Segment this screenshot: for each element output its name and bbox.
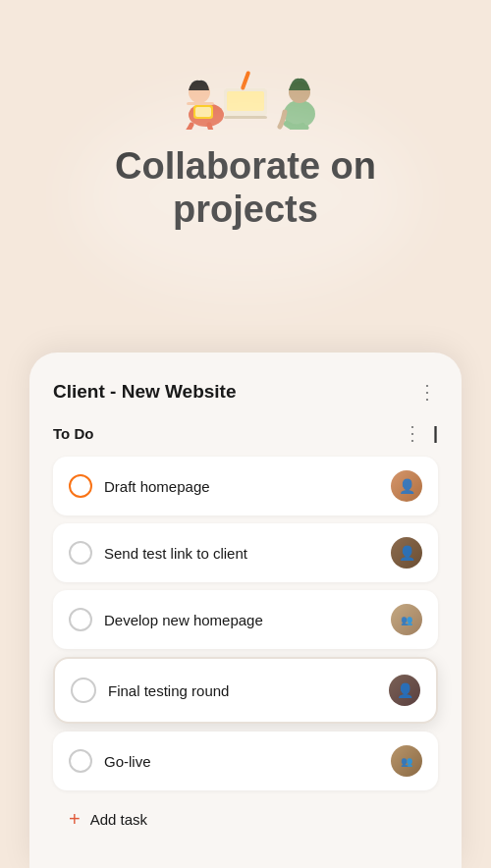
task-checkbox[interactable] bbox=[69, 608, 92, 631]
task-checkbox[interactable] bbox=[69, 749, 92, 773]
task-item[interactable]: Send test link to client 👤 bbox=[53, 523, 438, 582]
section-title: To Do bbox=[53, 425, 93, 442]
task-checkbox[interactable] bbox=[71, 678, 96, 703]
section-menu-icon[interactable]: ⋮ bbox=[403, 421, 423, 445]
add-task-label: Add task bbox=[90, 811, 147, 828]
task-item-active[interactable]: Final testing round 👤 bbox=[53, 657, 438, 724]
task-list: Draft homepage 👤 Send test link to clien… bbox=[53, 457, 438, 790]
task-label: Final testing round bbox=[108, 682, 229, 699]
avatar: 👥 bbox=[391, 745, 422, 777]
section-expand-icon[interactable]: | bbox=[433, 423, 438, 444]
plus-icon: + bbox=[69, 808, 81, 831]
task-checkbox[interactable] bbox=[69, 541, 92, 565]
avatar: 👤 bbox=[391, 470, 422, 502]
avatar: 👥 bbox=[391, 604, 422, 635]
project-card: Client - New Website ⋮ To Do ⋮ | Draft h… bbox=[29, 353, 462, 868]
avatar: 👤 bbox=[389, 675, 420, 706]
task-checkbox[interactable] bbox=[69, 474, 92, 498]
project-menu-icon[interactable]: ⋮ bbox=[417, 380, 438, 404]
task-item[interactable]: Go-live 👥 bbox=[53, 732, 438, 790]
task-label: Go-live bbox=[104, 753, 151, 770]
svg-rect-10 bbox=[241, 71, 251, 90]
project-title: Client - New Website bbox=[53, 381, 237, 403]
task-item[interactable]: Draft homepage 👤 bbox=[53, 457, 438, 515]
section-actions: ⋮ | bbox=[403, 421, 438, 445]
add-task-button[interactable]: + Add task bbox=[53, 794, 438, 844]
task-label: Send test link to client bbox=[104, 545, 247, 562]
task-label: Develop new homepage bbox=[104, 612, 263, 628]
task-label: Draft homepage bbox=[104, 478, 210, 495]
avatar: 👤 bbox=[391, 537, 422, 569]
task-item[interactable]: Develop new homepage 👥 bbox=[53, 590, 438, 649]
